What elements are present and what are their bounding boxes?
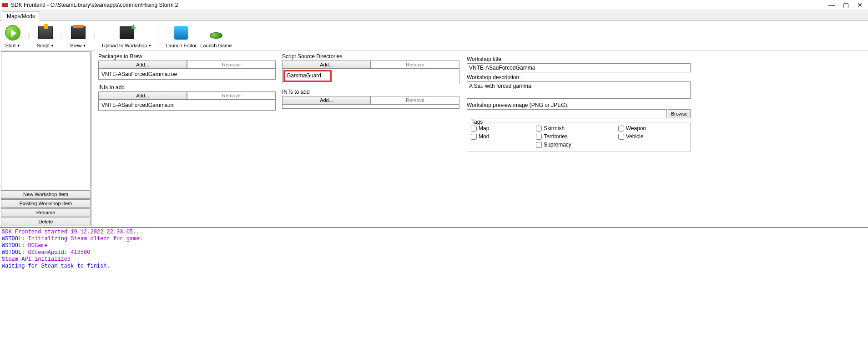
inis-list[interactable]: VNTE-ASauForcedGamma.ini [98, 100, 276, 111]
scripts-add-button[interactable]: Add... [282, 61, 371, 69]
list-item[interactable]: GammaGuard [283, 70, 332, 82]
console-line: WSTOOL: GSteamAppId: 418500 [2, 249, 866, 256]
app-icon [2, 3, 8, 7]
console-line: WSTOOL: Initializing Steam client for ga… [2, 236, 866, 243]
console-line: WSTOOL: ROGame [2, 243, 866, 249]
start-button[interactable]: Start▼ [4, 24, 22, 48]
upload-button[interactable]: Upload to Workshop▼ [102, 24, 151, 48]
inis-panel: INIs to add Add... Remove VNTE-ASauForce… [98, 84, 276, 111]
tag-weapon[interactable]: Weapon [618, 125, 686, 132]
tags-group: Tags Map Skirmish Weapon Mod Territories… [467, 122, 691, 152]
titlebar: SDK Frontend - O:\SteamLibrary\steamapps… [0, 0, 868, 10]
script-button[interactable]: Script▼ [36, 24, 55, 48]
console-line: Waiting for Steam task to finish. [2, 263, 866, 270]
workshop-items-tree[interactable] [1, 51, 91, 189]
chevron-icon: 〉 [60, 32, 66, 40]
script-icon [38, 26, 53, 39]
chevron-icon: 〉 [27, 32, 34, 40]
new-workshop-item-button[interactable]: New Workshop Item [1, 190, 91, 199]
separator [160, 25, 160, 47]
inis-remove-button[interactable]: Remove [187, 91, 276, 100]
upload-icon [120, 26, 134, 39]
delete-button[interactable]: Delete [1, 218, 91, 226]
panel-title: INTs to add [282, 89, 459, 95]
toolbar: Start▼ 〉 Script▼ 〉 Brew▼ 〉 Upload to Wor… [0, 21, 868, 51]
maximize-button[interactable]: ▢ [843, 1, 849, 9]
workshop-preview-input[interactable] [467, 109, 667, 118]
scripts-list[interactable]: GammaGuard [282, 69, 459, 84]
rename-button[interactable]: Rename [1, 208, 91, 217]
chevron-icon: 〉 [93, 32, 99, 40]
brew-button[interactable]: Brew▼ [69, 24, 87, 48]
tag-skirmish[interactable]: Skirmish [536, 125, 612, 132]
workshop-title-label: Workshop title: [467, 56, 691, 62]
list-item[interactable]: VNTE-ASauForcedGamma.ini [101, 102, 273, 108]
launch-editor-button[interactable]: Launch Editor [166, 24, 197, 48]
play-icon [5, 25, 20, 40]
left-panel: New Workshop Item Existing Workshop Item… [0, 51, 92, 227]
ints-panel: INTs to add Add... Remove [282, 89, 459, 109]
tag-supremacy[interactable]: Supremacy [536, 142, 612, 148]
scripts-remove-button[interactable]: Remove [371, 61, 459, 69]
existing-workshop-item-button[interactable]: Existing Workshop Item [1, 199, 91, 208]
tag-mod[interactable]: Mod [471, 133, 530, 140]
console-line: SDK Frontend started 19.12.2022 22.33.05… [2, 229, 866, 236]
panel-title: Packages to Brew [98, 53, 276, 60]
panel-title: Script Source Directories [282, 53, 459, 60]
workshop-preview-label: Workshop preview image (PNG or JPEG): [467, 102, 691, 108]
workshop-desc-input[interactable]: A Sau with forced gamma. [467, 81, 691, 99]
ints-list[interactable] [282, 104, 459, 109]
launch-game-icon [210, 32, 222, 39]
inis-add-button[interactable]: Add... [98, 91, 187, 100]
editor-icon [174, 26, 188, 40]
packages-remove-button[interactable]: Remove [187, 61, 276, 69]
tag-map[interactable]: Map [471, 125, 530, 132]
window-title: SDK Frontend - O:\SteamLibrary\steamapps… [11, 2, 828, 8]
launch-game-button[interactable]: Launch Game [200, 24, 232, 48]
console-output[interactable]: SDK Frontend started 19.12.2022 22.33.05… [0, 227, 868, 341]
ribbon-tabs: Maps/Mods [0, 10, 868, 21]
browse-button[interactable]: Browse [668, 109, 691, 118]
ints-add-button[interactable]: Add... [282, 96, 371, 104]
ints-remove-button[interactable]: Remove [371, 96, 459, 104]
tab-maps-mods[interactable]: Maps/Mods [2, 11, 40, 21]
scripts-panel: Script Source Directories Add... Remove … [282, 53, 459, 84]
workshop-title-input[interactable] [467, 63, 691, 72]
list-item[interactable]: VNTE-ASauForcedGamma.roe [101, 71, 273, 77]
console-line: Steam API initialized [2, 256, 866, 263]
minimize-button[interactable]: — [828, 1, 835, 9]
tag-territories[interactable]: Territories [536, 133, 612, 140]
tag-vehicle[interactable]: Vehicle [618, 133, 686, 140]
close-button[interactable]: ✕ [857, 1, 863, 9]
panel-title: INIs to add [98, 84, 276, 91]
brew-icon [71, 26, 86, 39]
tags-legend: Tags [470, 119, 484, 125]
packages-list[interactable]: VNTE-ASauForcedGamma.roe [98, 69, 276, 80]
workshop-properties: Workshop title: Workshop description: A … [466, 53, 692, 224]
packages-panel: Packages to Brew Add... Remove VNTE-ASau… [98, 53, 276, 80]
packages-add-button[interactable]: Add... [98, 61, 187, 69]
workshop-desc-label: Workshop description: [467, 74, 691, 81]
